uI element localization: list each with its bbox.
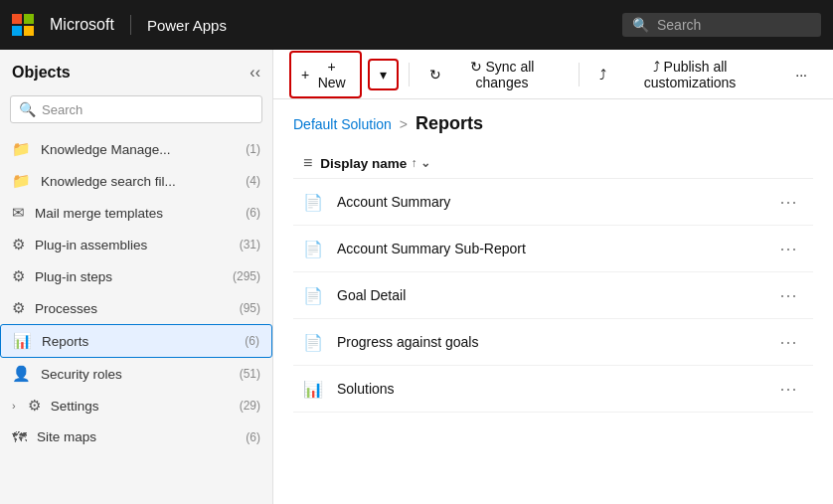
reports-label: Reports — [42, 334, 235, 349]
security-roles-count: (51) — [240, 367, 260, 381]
settings-label: Settings — [51, 399, 230, 414]
row-report-icon: 📊 — [303, 380, 323, 399]
security-roles-icon: 👤 — [12, 365, 31, 383]
mail-merge-label: Mail merge templates — [35, 206, 236, 221]
knowledge-search-count: (4) — [246, 174, 260, 188]
sync-button[interactable]: ↻ ↻ Sync all changes — [419, 53, 569, 96]
knowledge-search-icon: 📁 — [12, 172, 31, 190]
row-label: Goal Detail — [337, 287, 759, 303]
sidebar-item-knowledge-manage[interactable]: 📁Knowledge Manage...(1) — [0, 133, 272, 165]
ellipsis-icon: ··· — [795, 67, 807, 83]
display-name-column-header: Display name ↑ ⌄ — [320, 156, 430, 171]
reports-icon: 📊 — [13, 332, 32, 350]
plugin-assemblies-count: (31) — [240, 238, 260, 252]
publish-icon: ⤴ — [599, 67, 606, 83]
sidebar: Objects ‹‹ 🔍 📁Knowledge Manage...(1)📁Kno… — [0, 50, 273, 504]
table-header: ≡ Display name ↑ ⌄ — [293, 148, 813, 179]
row-label: Solutions — [337, 381, 759, 397]
toolbar: + + New ▾ ↻ ↻ Sync all changes ⤴ ⤴ Publi… — [273, 50, 833, 99]
knowledge-manage-label: Knowledge Manage... — [41, 142, 236, 157]
table-rows: 📄 Account Summary ⋯ 📄 Account Summary Su… — [293, 179, 813, 413]
sidebar-list: 📁Knowledge Manage...(1)📁Knowledge search… — [0, 133, 272, 504]
security-roles-label: Security roles — [41, 367, 230, 382]
new-icon: + — [301, 67, 309, 83]
new-button[interactable]: + + New — [289, 51, 362, 98]
microsoft-logo — [12, 14, 34, 36]
sidebar-item-settings[interactable]: ›⚙Settings(29) — [0, 390, 272, 421]
table-row[interactable]: 📊 Solutions ⋯ — [293, 366, 813, 413]
processes-icon: ⚙ — [12, 299, 25, 317]
site-maps-icon: 🗺 — [12, 428, 27, 445]
table-sort-icon[interactable]: ≡ — [303, 154, 312, 172]
row-more-options-button[interactable]: ⋯ — [773, 189, 803, 215]
sync-label: ↻ Sync all changes — [445, 59, 559, 90]
row-report-icon: 📄 — [303, 240, 323, 258]
topbar-search-icon: 🔍 — [632, 17, 649, 33]
breadcrumb: Default Solution > Reports — [273, 99, 833, 140]
row-report-icon: 📄 — [303, 333, 323, 352]
sidebar-item-processes[interactable]: ⚙Processes(95) — [0, 292, 272, 324]
new-label: + New — [313, 59, 350, 90]
sidebar-search-box[interactable]: 🔍 — [10, 95, 262, 123]
sidebar-item-knowledge-search[interactable]: 📁Knowledge search fil...(4) — [0, 165, 272, 197]
breadcrumb-current: Reports — [416, 113, 483, 134]
row-label: Account Summary Sub-Report — [337, 241, 759, 256]
settings-icon: ⚙ — [28, 397, 41, 415]
more-options-button[interactable]: ··· — [785, 61, 817, 88]
topbar: Microsoft Power Apps 🔍 — [0, 0, 833, 50]
sidebar-item-reports[interactable]: 📊Reports(6) — [0, 324, 272, 358]
breadcrumb-parent[interactable]: Default Solution — [293, 116, 392, 132]
row-more-options-button[interactable]: ⋯ — [773, 236, 803, 261]
processes-count: (95) — [240, 301, 260, 315]
knowledge-manage-count: (1) — [246, 142, 260, 156]
publish-button[interactable]: ⤴ ⤴ Publish all customizations — [589, 53, 780, 96]
row-more-options-button[interactable]: ⋯ — [773, 376, 803, 402]
sidebar-item-plugin-assemblies[interactable]: ⚙Plug-in assemblies(31) — [0, 229, 272, 260]
settings-count: (29) — [240, 399, 260, 413]
plugin-assemblies-label: Plug-in assemblies — [35, 238, 230, 252]
sync-icon: ↻ — [429, 67, 441, 83]
sidebar-collapse-button[interactable]: ‹‹ — [250, 64, 260, 82]
row-label: Progress against goals — [337, 334, 759, 350]
sidebar-item-site-maps[interactable]: 🗺Site maps(6) — [0, 421, 272, 452]
col-dropdown-icon[interactable]: ⌄ — [420, 156, 430, 170]
site-maps-count: (6) — [246, 430, 260, 444]
ms-grid-icon — [12, 14, 34, 36]
plugin-steps-label: Plug-in steps — [35, 269, 223, 284]
table-row[interactable]: 📄 Account Summary Sub-Report ⋯ — [293, 226, 813, 272]
knowledge-search-label: Knowledge search fil... — [41, 174, 236, 189]
chevron-down-icon: ▾ — [380, 67, 387, 83]
sidebar-search-input[interactable] — [42, 102, 253, 117]
table-row[interactable]: 📄 Progress against goals ⋯ — [293, 319, 813, 366]
app-name: Power Apps — [147, 17, 227, 34]
plugin-steps-icon: ⚙ — [12, 267, 25, 285]
row-more-options-button[interactable]: ⋯ — [773, 282, 803, 308]
table-row[interactable]: 📄 Account Summary ⋯ — [293, 179, 813, 226]
main-content: + + New ▾ ↻ ↻ Sync all changes ⤴ ⤴ Publi… — [273, 50, 833, 504]
main-layout: Objects ‹‹ 🔍 📁Knowledge Manage...(1)📁Kno… — [0, 50, 833, 504]
sidebar-title: Objects — [12, 64, 71, 82]
plugin-assemblies-icon: ⚙ — [12, 236, 25, 253]
toolbar-divider-2 — [579, 63, 580, 86]
topbar-search-box[interactable]: 🔍 — [622, 13, 821, 37]
knowledge-manage-icon: 📁 — [12, 140, 31, 158]
sidebar-item-security-roles[interactable]: 👤Security roles(51) — [0, 358, 272, 390]
breadcrumb-separator: > — [400, 116, 408, 132]
row-more-options-button[interactable]: ⋯ — [773, 329, 803, 355]
plugin-steps-count: (295) — [233, 269, 260, 283]
toolbar-divider-1 — [409, 63, 410, 86]
brand-name: Microsoft — [50, 16, 114, 34]
col-label-text: Display name — [320, 156, 407, 171]
sidebar-item-plugin-steps[interactable]: ⚙Plug-in steps(295) — [0, 260, 272, 292]
sidebar-header: Objects ‹‹ — [0, 50, 272, 95]
topbar-search-input[interactable] — [657, 17, 811, 33]
row-label: Account Summary — [337, 194, 759, 210]
table-row[interactable]: 📄 Goal Detail ⋯ — [293, 272, 813, 319]
topbar-divider — [130, 15, 131, 35]
row-report-icon: 📄 — [303, 286, 323, 305]
expand-arrow-icon: › — [12, 400, 16, 412]
new-dropdown-button[interactable]: ▾ — [368, 59, 399, 90]
sort-asc-icon[interactable]: ↑ — [411, 156, 416, 170]
publish-label: ⤴ Publish all customizations — [610, 59, 770, 90]
sidebar-item-mail-merge[interactable]: ✉Mail merge templates(6) — [0, 197, 272, 229]
